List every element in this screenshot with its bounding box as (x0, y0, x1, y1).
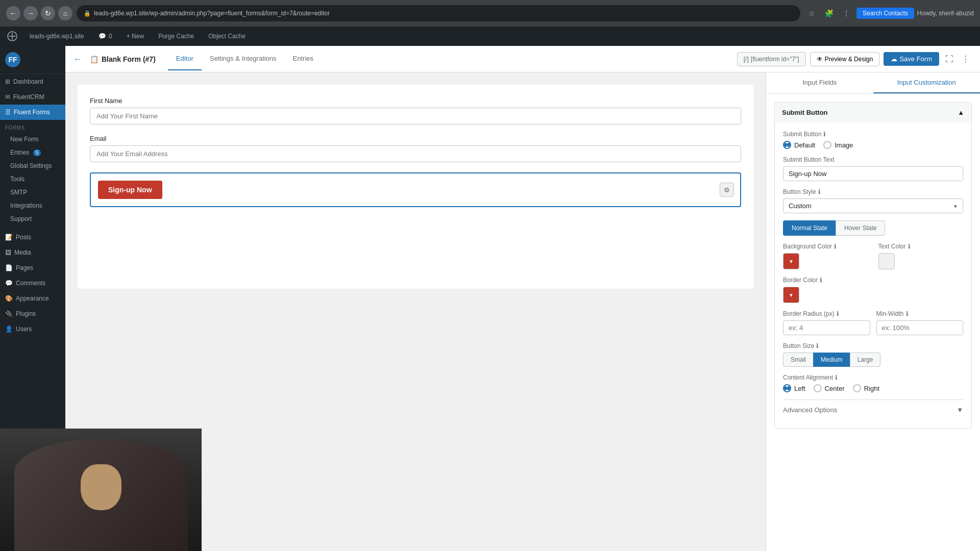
sidebar-item-support[interactable]: Support (0, 212, 65, 226)
content-alignment-info-icon[interactable]: ℹ (835, 374, 838, 381)
content-alignment-row: Content Alignment ℹ Left (783, 374, 963, 392)
fullscreen-button[interactable]: ⛶ (943, 53, 955, 66)
border-radius-input[interactable] (783, 320, 870, 335)
tab-editor[interactable]: Editor (168, 47, 202, 70)
sidebar-item-global-settings[interactable]: Global Settings (0, 159, 65, 172)
align-center[interactable]: Center (814, 384, 845, 392)
forward-button[interactable]: → (23, 6, 38, 20)
back-button[interactable]: ← (6, 6, 20, 20)
submit-button-section-title: Submit Button (782, 109, 828, 116)
size-medium[interactable]: Medium (813, 353, 850, 367)
text-color-info-icon[interactable]: ℹ (908, 243, 911, 250)
save-form-button[interactable]: ☁ Save Form (884, 52, 939, 66)
submit-button-section-header[interactable]: Submit Button ▲ (775, 103, 971, 122)
submit-button-info-icon[interactable]: ℹ (823, 131, 826, 138)
panel-tab-input-customization[interactable]: Input Customization (873, 72, 981, 93)
align-options: Left Center Right (783, 384, 963, 392)
shortcode-icon: [/] (744, 56, 749, 63)
sidebar-item-fluentcrm[interactable]: ✉ FluentCRM (0, 89, 65, 105)
bg-color-swatch[interactable]: ▼ (783, 253, 799, 269)
submit-settings-button[interactable]: ⚙ (720, 183, 734, 197)
submit-button[interactable]: Sign-up Now (98, 181, 162, 199)
sidebar-item-dashboard[interactable]: ⊞ Dashboard (0, 74, 65, 89)
site-name-item[interactable]: leads-gd6e.wp1.site (26, 31, 88, 42)
size-tabs: Small Medium Large (783, 353, 963, 367)
hover-state-tab[interactable]: Hover State (836, 220, 885, 236)
button-style-label: Button Style ℹ (783, 188, 963, 195)
visits-item[interactable]: 💬 0 (94, 31, 116, 42)
border-color-label: Border Color ℹ (783, 277, 963, 284)
wp-logo-icon[interactable] (5, 29, 19, 43)
button-style-info-icon[interactable]: ℹ (818, 188, 821, 195)
sidebar-item-pages[interactable]: 📄 Pages (0, 260, 65, 276)
comments-icon: 💬 (5, 280, 13, 287)
dashboard-icon: ⊞ (5, 78, 10, 85)
align-right[interactable]: Right (853, 384, 879, 392)
bookmark-button[interactable]: ☆ (804, 6, 819, 20)
right-panel: Input Fields Input Customization Submit … (766, 72, 980, 551)
button-size-info-icon[interactable]: ℹ (816, 342, 819, 349)
new-item[interactable]: + New (122, 31, 148, 42)
collapse-icon: ▲ (958, 109, 964, 116)
tab-entries[interactable]: Entries (285, 47, 322, 70)
radio-default[interactable]: Default (783, 141, 815, 149)
radio-image[interactable]: Image (823, 141, 853, 149)
shortcode-button[interactable]: [/] [fluentform id="7"] (737, 52, 806, 66)
content-area: ← 📋 Blank Form (#7) Editor Settings & In… (65, 46, 980, 551)
home-button[interactable]: ⌂ (58, 6, 72, 20)
border-radius-info-icon[interactable]: ℹ (837, 310, 839, 317)
align-left[interactable]: Left (783, 384, 805, 392)
sidebar-item-posts[interactable]: 📝 Posts (0, 230, 65, 245)
sidebar-item-smtp[interactable]: SMTP (0, 186, 65, 199)
sidebar-item-users[interactable]: 👤 Users (0, 321, 65, 337)
sidebar-item-new-form[interactable]: New Form (0, 133, 65, 146)
object-cache-item[interactable]: Object Cache (204, 31, 250, 42)
extensions-button[interactable]: 🧩 (822, 6, 836, 20)
back-to-forms-button[interactable]: ← (74, 55, 82, 64)
search-contacts-button[interactable]: Search Contacts (856, 8, 914, 19)
sidebar-item-fluent-forms[interactable]: ☰ Fluent Forms (0, 105, 65, 120)
size-small[interactable]: Small (783, 353, 813, 367)
users-icon: 👤 (5, 325, 13, 333)
sidebar-item-comments[interactable]: 💬 Comments (0, 276, 65, 291)
button-style-select-wrapper: Default Custom Outline (783, 198, 963, 213)
sidebar-item-media[interactable]: 🖼 Media (0, 245, 65, 260)
first-name-input[interactable] (90, 108, 741, 124)
sidebar-item-entries[interactable]: Entries 5 (0, 146, 65, 159)
appearance-icon: 🎨 (5, 295, 13, 302)
sidebar-item-integrations[interactable]: Integrations (0, 199, 65, 212)
button-style-select[interactable]: Default Custom Outline (783, 198, 963, 213)
posts-icon: 📝 (5, 234, 13, 241)
text-color-swatch[interactable] (878, 253, 895, 269)
advanced-options-header[interactable]: Advanced Options ▼ (783, 399, 963, 420)
forms-section-title: Forms (0, 120, 65, 133)
sidebar-item-tools[interactable]: Tools (0, 172, 65, 186)
border-color-info-icon[interactable]: ℹ (820, 277, 822, 284)
editor-main: First Name Email Sign-up Now ⚙ (65, 72, 980, 551)
panel-tabs: Input Fields Input Customization (766, 72, 980, 94)
sidebar-item-appearance[interactable]: 🎨 Appearance (0, 291, 65, 306)
purge-cache-item[interactable]: Purge Cache (154, 31, 198, 42)
min-width-input[interactable] (876, 320, 964, 335)
settings-button[interactable]: ⋮ (839, 6, 853, 20)
size-large[interactable]: Large (850, 353, 881, 367)
button-style-row: Button Style ℹ Default Custom Outline (783, 188, 963, 213)
more-options-button[interactable]: ⋮ (960, 52, 972, 66)
preview-design-button[interactable]: 👁 Preview & Design (810, 52, 880, 66)
min-width-info-icon[interactable]: ℹ (906, 310, 909, 317)
border-color-swatch[interactable]: ▼ (783, 287, 799, 303)
email-input[interactable] (90, 145, 741, 162)
min-width-field: Min-Width ℹ (876, 310, 964, 335)
sidebar-item-plugins[interactable]: 🔌 Plugins (0, 306, 65, 321)
tab-settings[interactable]: Settings & Integrations (202, 47, 285, 70)
text-color-label: Text Color ℹ (878, 243, 964, 250)
submit-button-section: Submit Button ▲ Submit Button ℹ (774, 102, 972, 429)
panel-tab-input-fields[interactable]: Input Fields (766, 72, 873, 93)
bg-color-info-icon[interactable]: ℹ (834, 243, 837, 250)
address-bar[interactable]: 🔒 leads-gd6e.wp1.site/wp-admin/admin.php… (77, 5, 800, 21)
submit-button-text-input[interactable] (783, 166, 963, 181)
normal-state-tab[interactable]: Normal State (783, 220, 836, 236)
state-tabs: Normal State Hover State (783, 220, 963, 236)
refresh-button[interactable]: ↻ (41, 6, 55, 20)
submit-button-type-row: Submit Button ℹ Default (783, 131, 963, 149)
